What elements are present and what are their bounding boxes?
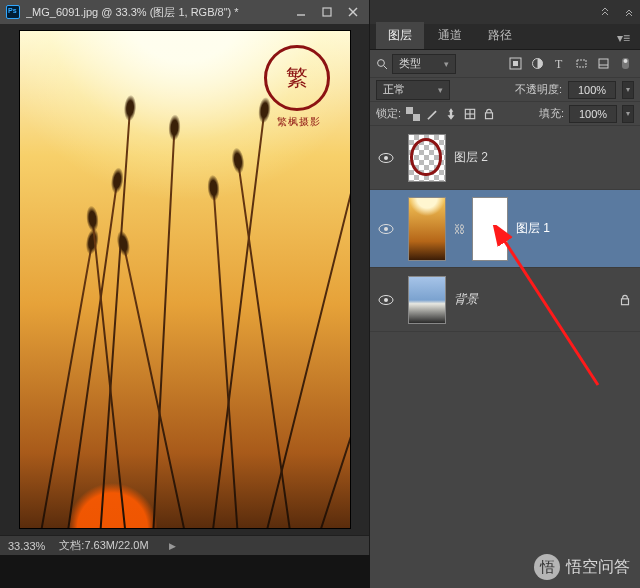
visibility-toggle[interactable] bbox=[378, 221, 394, 237]
visibility-toggle[interactable] bbox=[378, 150, 394, 166]
layer-name[interactable]: 背景 bbox=[454, 291, 478, 308]
lock-label: 锁定: bbox=[376, 106, 401, 121]
document-canvas[interactable]: 繁 繁枫摄影 bbox=[20, 31, 350, 528]
lock-indicator-icon[interactable] bbox=[618, 293, 632, 307]
svg-rect-16 bbox=[406, 107, 413, 114]
opacity-dropdown[interactable]: ▾ bbox=[622, 81, 634, 99]
search-icon[interactable] bbox=[376, 58, 388, 70]
tab-channels[interactable]: 通道 bbox=[426, 22, 474, 49]
document-window: _MG_6091.jpg @ 33.3% (图层 1, RGB/8") * bbox=[0, 0, 370, 555]
layers-list: 图层 2 ⛓ 图层 1 背景 bbox=[370, 126, 640, 588]
lock-all-icon[interactable] bbox=[482, 107, 496, 121]
watermark-icon: 悟 bbox=[534, 554, 560, 580]
layer-name[interactable]: 图层 2 bbox=[454, 149, 488, 166]
minimize-button[interactable] bbox=[289, 3, 313, 21]
svg-rect-28 bbox=[622, 298, 629, 304]
svg-point-25 bbox=[384, 227, 388, 231]
filter-shape-icon[interactable] bbox=[572, 55, 590, 73]
filter-type-icon[interactable]: T bbox=[550, 55, 568, 73]
canvas-area[interactable]: 繁 繁枫摄影 bbox=[0, 24, 369, 535]
tab-paths[interactable]: 路径 bbox=[476, 22, 524, 49]
svg-point-4 bbox=[378, 59, 385, 66]
layer-thumbnail[interactable] bbox=[408, 197, 446, 261]
lock-artboard-icon[interactable] bbox=[463, 107, 477, 121]
layer-thumbnail[interactable] bbox=[408, 134, 446, 182]
filter-adjust-icon[interactable] bbox=[528, 55, 546, 73]
layer-row[interactable]: 图层 2 bbox=[370, 126, 640, 190]
fill-label: 填充: bbox=[539, 106, 564, 121]
panel-menu-icon[interactable]: ▾≡ bbox=[613, 27, 634, 49]
filter-toggle[interactable] bbox=[616, 55, 634, 73]
link-mask-icon[interactable]: ⛓ bbox=[454, 223, 464, 235]
filter-kind-select[interactable]: 类型 ▾ bbox=[392, 54, 456, 74]
lock-row: 锁定: 填充: 100% ▾ bbox=[370, 102, 640, 126]
doc-info-value: 7.63M/22.0M bbox=[84, 539, 148, 551]
svg-rect-11 bbox=[599, 59, 608, 68]
visibility-toggle[interactable] bbox=[378, 292, 394, 308]
zoom-readout[interactable]: 33.33% bbox=[8, 540, 45, 552]
svg-rect-17 bbox=[413, 114, 420, 121]
close-button[interactable] bbox=[341, 3, 365, 21]
layers-panel: 类型 ▾ T 正常 ▾ 不透明度: 100% ▾ 锁定: bbox=[370, 50, 640, 588]
doc-info-label: 文档: bbox=[59, 539, 84, 551]
mask-thumbnail[interactable] bbox=[472, 197, 508, 261]
stamp-logo: 繁 繁枫摄影 bbox=[264, 45, 334, 135]
layer-filter-bar: 类型 ▾ T bbox=[370, 50, 640, 78]
layer-row[interactable]: ⛓ 图层 1 bbox=[370, 190, 640, 268]
blend-mode-value: 正常 bbox=[383, 82, 405, 97]
blend-mode-select[interactable]: 正常 ▾ bbox=[376, 80, 450, 100]
svg-line-5 bbox=[384, 66, 387, 69]
filter-pixel-icon[interactable] bbox=[506, 55, 524, 73]
title-bar: _MG_6091.jpg @ 33.3% (图层 1, RGB/8") * bbox=[0, 0, 369, 24]
layer-thumbnail[interactable] bbox=[408, 276, 446, 324]
status-bar: 33.33% 文档:7.63M/22.0M ▶ bbox=[0, 535, 369, 555]
filter-smart-icon[interactable] bbox=[594, 55, 612, 73]
lock-position-icon[interactable] bbox=[444, 107, 458, 121]
svg-point-23 bbox=[384, 156, 388, 160]
photoshop-icon bbox=[6, 5, 20, 19]
watermark-text: 悟空问答 bbox=[566, 557, 630, 578]
status-menu-arrow[interactable]: ▶ bbox=[169, 541, 176, 551]
panel-close-icon[interactable] bbox=[624, 7, 634, 17]
watermark: 悟 悟空问答 bbox=[534, 554, 630, 580]
maximize-button[interactable] bbox=[315, 3, 339, 21]
panel-tabs: 图层 通道 路径 ▾≡ bbox=[370, 24, 640, 50]
layer-row[interactable]: 背景 bbox=[370, 268, 640, 332]
svg-text:T: T bbox=[555, 57, 563, 70]
svg-rect-10 bbox=[577, 60, 586, 67]
fill-dropdown[interactable]: ▾ bbox=[622, 105, 634, 123]
svg-rect-1 bbox=[323, 8, 331, 16]
lock-transparent-icon[interactable] bbox=[406, 107, 420, 121]
fill-input[interactable]: 100% bbox=[569, 105, 617, 123]
panel-collapse-bar bbox=[370, 0, 640, 24]
opacity-input[interactable]: 100% bbox=[568, 81, 616, 99]
lock-pixels-icon[interactable] bbox=[425, 107, 439, 121]
svg-point-27 bbox=[384, 298, 388, 302]
svg-rect-21 bbox=[486, 112, 493, 118]
svg-point-14 bbox=[623, 59, 627, 63]
layer-name[interactable]: 图层 1 bbox=[516, 220, 550, 237]
opacity-label: 不透明度: bbox=[515, 82, 562, 97]
blend-row: 正常 ▾ 不透明度: 100% ▾ bbox=[370, 78, 640, 102]
document-title: _MG_6091.jpg @ 33.3% (图层 1, RGB/8") * bbox=[26, 5, 289, 20]
panels-column: 图层 通道 路径 ▾≡ 类型 ▾ T 正常 ▾ bbox=[370, 0, 640, 588]
filter-kind-label: 类型 bbox=[399, 56, 421, 71]
tab-layers[interactable]: 图层 bbox=[376, 22, 424, 49]
svg-rect-7 bbox=[513, 61, 518, 66]
collapse-icon[interactable] bbox=[600, 7, 610, 17]
